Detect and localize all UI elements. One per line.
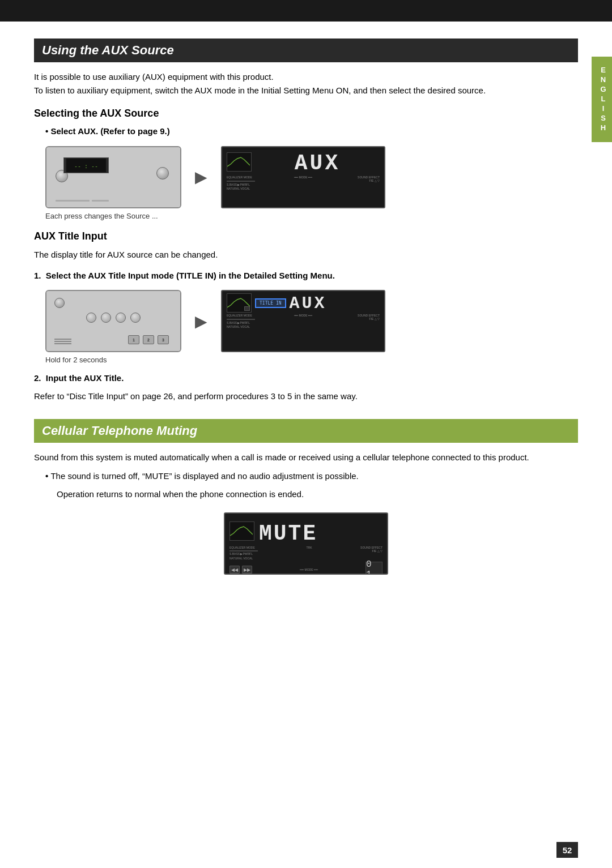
cellular-muting-header: Cellular Telephone Muting (34, 419, 578, 443)
center-btn-2 (101, 313, 111, 323)
cellular-muting-intro: Sound from this system is muted automati… (34, 451, 578, 464)
eq-mode-label: EQUALIZER MODE S.BASS ▶PWRFL NATURAL VOC… (227, 176, 277, 205)
intro-line2: To listen to auxiliary equipment, switch… (34, 84, 578, 97)
step-1: 1. Select the AUX Title Input mode (TITL… (34, 270, 578, 283)
top-bar (0, 0, 612, 22)
aux-title-intro: The display title for AUX source can be … (34, 248, 578, 262)
center-btn-4 (130, 313, 141, 323)
using-aux-intro: It is possible to use auxiliary (AUX) eq… (34, 70, 578, 97)
step-1-number: 1. (34, 271, 41, 280)
mute-bottom-row: ◀◀ ▶▶ •••• MODE •••• 0 1 (225, 561, 387, 575)
mode-label: •••• MODE •••• (278, 176, 328, 205)
muting-bullet-2: Operation returns to normal when the pho… (57, 488, 578, 501)
page-content: Using the AUX Source It is possible to u… (0, 22, 612, 609)
head-unit-face-1: -- : -- (46, 147, 180, 207)
knob-top-left (54, 298, 65, 308)
hu-bottom-detail (56, 200, 109, 202)
caption-1: Each press changes the Source ... (45, 212, 578, 220)
eq-icon-overlay (244, 306, 250, 311)
head-unit-sketch-2: 1 2 3 (45, 290, 181, 352)
indicator-lines (54, 339, 71, 344)
skip-fwd-btn: ▶▶ (242, 566, 252, 574)
mute-middle: EQUALIZER MODE S.BASS ▶PWRFL NATURAL VOC… (225, 546, 387, 561)
eq-curve-box-1 (227, 152, 252, 172)
diagram-row-2: 1 2 3 ▶ (45, 290, 578, 352)
using-aux-header: Using the AUX Source (34, 39, 578, 62)
arrow-right-2: ▶ (195, 312, 207, 331)
diagram-row-1: -- : -- ▶ (45, 146, 578, 208)
page-number: 52 (556, 842, 578, 858)
mute-diagram-container: MUTE EQUALIZER MODE S.BASS ▶PWRFL NATURA… (34, 512, 578, 575)
head-unit-sketch-1: -- : -- (45, 146, 181, 208)
aux-screen-top-1: AUX (222, 147, 384, 174)
skip-back-btn: ◀◀ (230, 566, 240, 574)
title-in-box: TITLE IN (255, 298, 286, 308)
aux-big-text-1: AUX (255, 149, 380, 174)
center-btn-1 (86, 313, 96, 323)
center-btn-3 (116, 313, 126, 323)
preset-btn-1: 1 (128, 335, 139, 344)
preset-btn-2: 2 (143, 335, 154, 344)
step-2-detail: Refer to “Disc Title Input” on page 26, … (34, 390, 578, 403)
eq-curve-svg-1 (227, 153, 250, 170)
mute-sound-effect: SOUND EFFECT FIE △ ▽ (360, 546, 382, 561)
eq-mode-label-2: EQUALIZER MODE S.BASS ▶PWRFL NATURAL VOC… (227, 314, 277, 349)
head-unit-face-2: 1 2 3 (46, 291, 180, 351)
sound-effect-label: SOUND EFFECT FIE △ ▽ (329, 176, 380, 205)
mute-digit-display: 0 1 (366, 562, 382, 575)
select-aux-bullet: Select AUX. (Refer to page 9.) (45, 125, 578, 138)
intro-line1: It is possible to use auxiliary (AUX) eq… (34, 70, 578, 84)
step-2: 2. Input the AUX Title. (34, 372, 578, 385)
mute-left-buttons: ◀◀ ▶▶ (230, 566, 252, 574)
preset-buttons: 1 2 3 (128, 335, 169, 344)
svg-text:-- : --: -- : -- (74, 163, 98, 169)
using-aux-title: Using the AUX Source (42, 43, 570, 58)
mode-label-2: •••• MODE •••• (278, 314, 328, 349)
mute-screen: MUTE EQUALIZER MODE S.BASS ▶PWRFL NATURA… (224, 512, 388, 575)
aux-title-input-title: AUX Title Input (34, 230, 578, 242)
aux-screen-2: TITLE IN AUX EQUALIZER MODE S.BASS ▶PWRF… (221, 290, 385, 352)
aux-screen-bottom-1: EQUALIZER MODE S.BASS ▶PWRFL NATURAL VOC… (222, 174, 384, 207)
center-buttons (86, 313, 141, 323)
sound-effect-label-2: SOUND EFFECT FIE △ ▽ (329, 314, 380, 349)
selecting-aux-title: Selecting the AUX Source (34, 108, 578, 119)
hu-display-1: -- : -- (63, 157, 109, 173)
preset-btn-3: 3 (158, 335, 169, 344)
knob-right (156, 167, 169, 179)
mute-mode-text: •••• MODE •••• (300, 568, 318, 571)
hu-display-svg: -- : -- (66, 159, 106, 172)
eq-curve-box-2 (227, 293, 252, 313)
cellular-muting-title: Cellular Telephone Muting (42, 424, 570, 438)
mute-big-text: MUTE (259, 517, 317, 546)
mute-eq-curve-svg (230, 522, 253, 539)
aux-screen-top-2: TITLE IN AUX (222, 291, 384, 313)
muting-bullet-1: The sound is turned off, “MUTE” is displ… (45, 470, 578, 483)
caption-2: Hold for 2 seconds (45, 356, 578, 364)
aux-big-text-2: AUX (290, 294, 327, 312)
step-2-text: Input the AUX Title. (46, 373, 124, 383)
mute-eq-curve-box (230, 521, 254, 541)
mute-trk-label: TRK (261, 546, 357, 561)
step-2-number: 2. (34, 373, 41, 383)
mute-top-row: MUTE (225, 514, 387, 546)
title-in-area: TITLE IN AUX (255, 294, 327, 312)
aux-screen-bottom-2: EQUALIZER MODE S.BASS ▶PWRFL NATURAL VOC… (222, 313, 384, 351)
arrow-right-1: ▶ (195, 168, 207, 186)
mute-eq-labels: EQUALIZER MODE S.BASS ▶PWRFL NATURAL VOC… (230, 546, 258, 561)
step-1-text: Select the AUX Title Input mode (TITLE I… (46, 271, 335, 280)
aux-screen-1: AUX EQUALIZER MODE S.BASS ▶PWRFL NATURAL… (221, 146, 385, 208)
